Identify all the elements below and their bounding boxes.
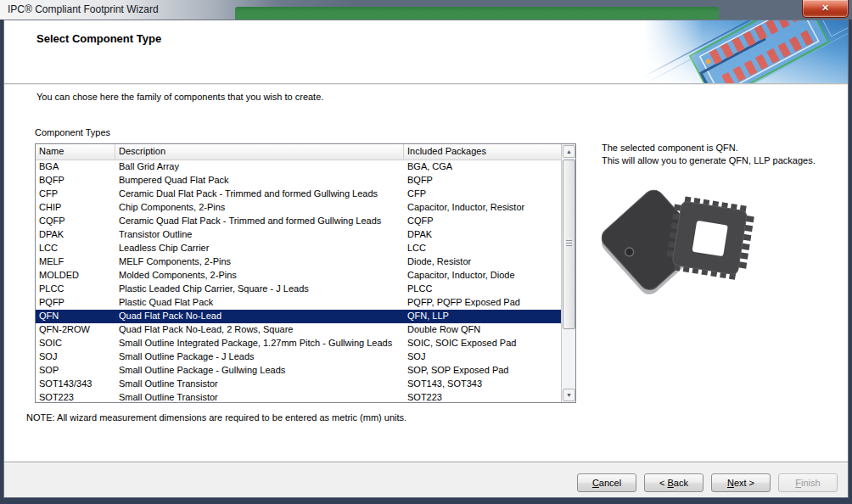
cell-description: Plastic Leaded Chip Carrier, Square - J … (115, 283, 404, 296)
component-table-body: BGA Ball Grid Array BGA, CGA BQFP Bumper… (36, 160, 561, 403)
footer-bar: Cancel< BackNext >Finish (4, 462, 848, 497)
cell-description: Small Outline Transistor (115, 378, 404, 391)
cell-name: DPAK (36, 228, 115, 242)
table-row[interactable]: SOT143/343 Small Outline Transistor SOT1… (36, 378, 561, 391)
table-row[interactable]: CQFP Ceramic Quad Flat Pack - Trimmed an… (36, 215, 561, 228)
cell-packages: CFP (404, 188, 561, 201)
column-header-description[interactable]: Description (115, 144, 404, 160)
table-row[interactable]: MOLDED Molded Components, 2-Pins Capacit… (36, 269, 561, 283)
wizard-dialog: Select Component Type (3, 20, 849, 498)
cell-packages: Diode, Resistor (404, 255, 561, 269)
cell-description: Quad Flat Pack No-Lead (115, 310, 404, 323)
cell-packages: Capacitor, Inductor, Resistor (404, 201, 561, 215)
cell-description: Ball Grid Array (115, 160, 404, 174)
selection-summary-line2: This will allow you to generate QFN, LLP… (602, 154, 816, 167)
next-button[interactable]: Next > (711, 473, 771, 492)
cell-packages: DPAK (404, 228, 561, 242)
cell-packages: PQFP, PQFP Exposed Pad (404, 296, 561, 310)
close-icon: ✕ (821, 3, 829, 13)
table-row[interactable]: BQFP Bumpered Quad Flat Pack BQFP (36, 174, 561, 188)
note-text: NOTE: All wizard measurement dimensions … (26, 412, 406, 423)
table-row[interactable]: LCC Leadless Chip Carrier LCC (36, 242, 561, 255)
cell-packages: PLCC (404, 283, 561, 296)
titlebar[interactable]: IPC® Compliant Footprint Wizard ✕ (0, 0, 852, 20)
table-row[interactable]: QFN-2ROW Quad Flat Pack No-Lead, 2 Rows,… (36, 323, 561, 337)
cell-packages: SOIC, SOIC Exposed Pad (404, 337, 561, 350)
footer-buttons: Cancel< BackNext >Finish (577, 473, 838, 492)
cell-packages: Double Row QFN (404, 323, 561, 337)
page-title: Select Component Type (36, 32, 161, 45)
window-title: IPC® Compliant Footprint Wizard (8, 3, 159, 15)
table-row[interactable]: QFN Quad Flat Pack No-Lead QFN, LLP (36, 310, 561, 323)
cell-name: PQFP (36, 296, 115, 310)
cell-description: Transistor Outline (115, 228, 404, 242)
cell-name: QFN-2ROW (36, 323, 115, 337)
cell-description: Bumpered Quad Flat Pack (115, 174, 404, 188)
cell-name: PLCC (36, 283, 115, 296)
intro-text: You can chose here the family of compone… (36, 92, 323, 102)
component-type-table: Name Description Included Packages BGA B… (35, 143, 576, 403)
cell-description: Small Outline Package - J Leads (115, 350, 404, 364)
table-row[interactable]: MELF MELF Components, 2-Pins Diode, Resi… (36, 255, 561, 269)
cell-name: SOP (36, 364, 115, 378)
cell-description: Ceramic Quad Flat Pack - Trimmed and for… (115, 215, 404, 228)
column-header-name[interactable]: Name (36, 144, 115, 160)
table-row[interactable]: BGA Ball Grid Array BGA, CGA (36, 160, 561, 174)
cell-description: Small Outline Transistor (115, 391, 404, 403)
cell-packages: BQFP (404, 174, 561, 188)
cell-name: CHIP (36, 201, 115, 215)
table-header-row: Name Description Included Packages (36, 144, 561, 160)
table-row[interactable]: SOT223 Small Outline Transistor SOT223 (36, 391, 561, 403)
cell-packages: CQFP (404, 215, 561, 228)
cell-name: BQFP (36, 174, 115, 188)
cell-name: MOLDED (36, 269, 115, 283)
cell-name: SOJ (36, 350, 115, 364)
close-button[interactable]: ✕ (802, 0, 849, 18)
cell-description: Small Outline Package - Gullwing Leads (115, 364, 404, 378)
cell-packages: Capacitor, Inductor, Diode (404, 269, 561, 283)
table-row[interactable]: DPAK Transistor Outline DPAK (36, 228, 561, 242)
scroll-down-icon: ▼ (566, 392, 572, 398)
cell-name: BGA (36, 160, 115, 174)
table-row[interactable]: CFP Ceramic Dual Flat Pack - Trimmed and… (36, 188, 561, 201)
component-types-label: Component Types (35, 127, 110, 137)
vertical-scrollbar[interactable]: ▲ ▼ (561, 144, 575, 402)
column-header-included-packages[interactable]: Included Packages (404, 144, 561, 160)
table-row[interactable]: SOIC Small Outline Integrated Package, 1… (36, 337, 561, 350)
cell-name: QFN (36, 310, 115, 323)
cell-name: CFP (36, 188, 115, 201)
cell-name: SOT143/343 (36, 378, 115, 391)
scroll-down-button[interactable]: ▼ (563, 389, 575, 401)
scroll-up-icon: ▲ (566, 148, 572, 154)
cell-packages: SOT143, SOT343 (404, 378, 561, 391)
cell-packages: QFN, LLP (404, 310, 561, 323)
cell-description: Molded Components, 2-Pins (115, 269, 404, 283)
cancel-button[interactable]: Cancel (577, 473, 636, 492)
cell-description: Quad Flat Pack No-Lead, 2 Rows, Square (115, 323, 404, 337)
table-row[interactable]: SOJ Small Outline Package - J Leads SOJ (36, 350, 561, 364)
cell-description: Plastic Quad Flat Pack (115, 296, 404, 310)
background-app-strip (235, 7, 719, 20)
scrollbar-thumb[interactable] (563, 160, 575, 329)
wizard-window: IPC® Compliant Footprint Wizard ✕ Select… (0, 0, 852, 504)
banner-separator (4, 83, 848, 85)
cell-description: Leadless Chip Carrier (115, 242, 404, 255)
cell-description: MELF Components, 2-Pins (115, 255, 404, 269)
table-row[interactable]: PLCC Plastic Leaded Chip Carrier, Square… (36, 283, 561, 296)
table-row[interactable]: SOP Small Outline Package - Gullwing Lea… (36, 364, 561, 378)
cell-description: Small Outline Integrated Package, 1.27mm… (115, 337, 404, 350)
qfn-package-image (598, 187, 760, 297)
banner: Select Component Type (4, 20, 848, 83)
cell-packages: LCC (404, 242, 561, 255)
scrollbar-grip (566, 240, 572, 248)
scroll-up-button[interactable]: ▲ (563, 145, 575, 158)
cell-name: CQFP (36, 215, 115, 228)
back-button[interactable]: < Back (644, 473, 703, 492)
cell-name: SOIC (36, 337, 115, 350)
cell-description: Ceramic Dual Flat Pack - Trimmed and for… (115, 188, 404, 201)
table-row[interactable]: PQFP Plastic Quad Flat Pack PQFP, PQFP E… (36, 296, 561, 310)
cell-name: SOT223 (36, 391, 115, 403)
cell-packages: SOT223 (404, 391, 561, 403)
pcb-banner-image (644, 20, 848, 83)
table-row[interactable]: CHIP Chip Components, 2-Pins Capacitor, … (36, 201, 561, 215)
